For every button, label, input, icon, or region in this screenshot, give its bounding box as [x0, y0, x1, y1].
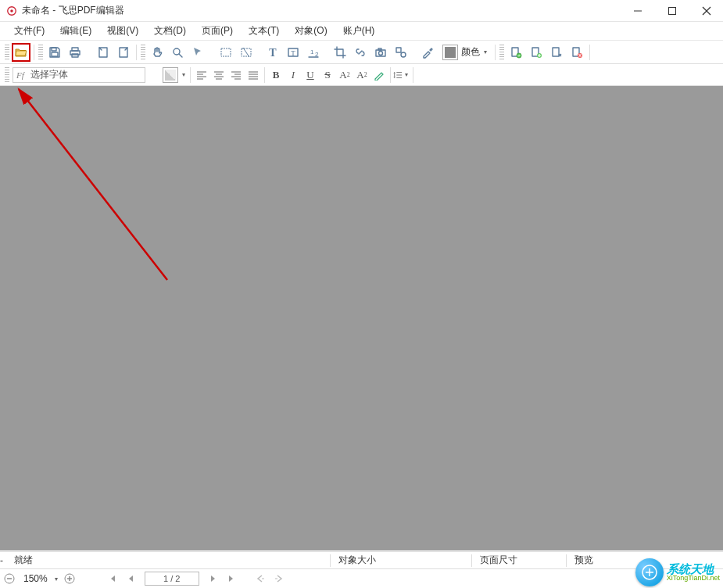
zoom-tool-button[interactable] [168, 43, 187, 62]
separator [34, 45, 34, 60]
next-page-button[interactable] [204, 570, 223, 587]
titlebar: 未命名 - 飞思PDF编辑器 [0, 0, 723, 22]
bold-button[interactable]: B [267, 66, 285, 84]
eyedropper-button[interactable] [418, 43, 437, 62]
line-spacing-button[interactable]: ▾ [393, 66, 410, 84]
align-left-button[interactable] [193, 66, 210, 84]
underline-button[interactable]: U [302, 66, 319, 84]
page-add-button[interactable] [527, 43, 546, 62]
first-page-button[interactable] [102, 570, 121, 587]
zoom-in-button[interactable] [60, 570, 79, 587]
separator [136, 45, 137, 60]
status-page-size: 页面尺寸 [472, 554, 566, 567]
page-tool-3-button[interactable] [547, 43, 566, 62]
separator [190, 67, 191, 83]
page-b-button[interactable] [114, 43, 133, 62]
font-placeholder: 选择字体 [27, 68, 145, 81]
svg-rect-15 [221, 48, 231, 56]
svg-rect-32 [553, 48, 559, 56]
site-watermark: 系统天地 XiTongTianDi.net [635, 558, 720, 586]
zoom-dropdown[interactable]: ▾ [52, 575, 60, 583]
camera-button[interactable] [371, 43, 390, 62]
page-delete-button[interactable] [567, 43, 586, 62]
status-ready: 就绪 [6, 554, 41, 567]
maximize-button[interactable] [662, 2, 682, 20]
svg-point-24 [379, 51, 383, 55]
menu-object[interactable]: 对象(O) [288, 23, 333, 39]
print-button[interactable] [66, 43, 84, 62]
nav-back-button[interactable] [251, 570, 270, 587]
svg-rect-10 [72, 54, 78, 57]
text-tool-button[interactable]: T [263, 43, 282, 62]
svg-point-1 [10, 9, 13, 13]
menu-document[interactable]: 文档(D) [148, 23, 192, 39]
rect-select-button[interactable] [217, 43, 235, 62]
menubar: 文件(F) 编辑(E) 视图(V) 文档(D) 页面(P) 文本(T) 对象(O… [0, 22, 723, 41]
last-page-button[interactable] [223, 570, 242, 587]
strike-button[interactable]: S [319, 66, 336, 84]
align-right-button[interactable] [227, 66, 245, 84]
text-color-swatch[interactable] [163, 67, 178, 83]
svg-line-14 [179, 54, 182, 57]
document-canvas[interactable] [0, 86, 723, 550]
crop-button[interactable] [331, 43, 349, 62]
separator [413, 67, 413, 83]
dropdown-arrow-icon: ▾ [481, 48, 489, 56]
dropdown-arrow-icon[interactable]: ▾ [180, 71, 188, 78]
menu-view[interactable]: 视图(V) [101, 23, 145, 39]
menu-text[interactable]: 文本(T) [242, 23, 285, 39]
minimize-button[interactable] [628, 2, 648, 20]
separator [589, 45, 590, 60]
align-center-button[interactable] [210, 66, 227, 84]
menu-account[interactable]: 账户(H) [337, 23, 381, 39]
status-object-size: 对象大小 [331, 554, 471, 567]
open-button[interactable] [12, 43, 30, 62]
svg-rect-26 [396, 48, 401, 52]
page-tool-1-button[interactable] [506, 43, 525, 62]
separator [390, 67, 391, 83]
color-picker[interactable]: 颜色 ▾ [438, 44, 492, 61]
separator [264, 67, 265, 83]
text-spacing-button[interactable]: 12 [304, 43, 323, 62]
main-toolbar: T T 12 颜色 ▾ [0, 41, 723, 64]
watermark-cn: 系统天地 [667, 563, 720, 575]
watermark-badge-icon [635, 558, 664, 586]
svg-point-27 [401, 52, 406, 57]
font-icon: Ff [13, 68, 27, 82]
window-controls [628, 2, 717, 20]
toolbar-grip [499, 45, 504, 60]
prev-page-button[interactable] [121, 570, 140, 587]
watermark-en: XiTongTianDi.net [667, 575, 720, 582]
italic-button[interactable]: I [285, 66, 302, 84]
superscript-button[interactable]: A2 [336, 66, 353, 84]
close-button[interactable] [696, 2, 717, 20]
svg-text:1: 1 [310, 48, 314, 56]
menu-file[interactable]: 文件(F) [8, 23, 51, 39]
select-tool-button[interactable] [188, 43, 207, 62]
save-button[interactable] [45, 43, 64, 62]
color-label: 颜色 [460, 45, 481, 59]
app-icon [6, 5, 17, 16]
text-box-button[interactable]: T [284, 43, 302, 62]
font-selector[interactable]: Ff 选择字体 [13, 67, 145, 83]
pen-tool-button[interactable] [370, 66, 388, 84]
svg-rect-6 [52, 48, 56, 51]
toolbar-grip [5, 45, 9, 60]
hand-tool-button[interactable] [148, 43, 166, 62]
svg-text:T: T [269, 47, 277, 59]
page-number-input[interactable] [145, 572, 199, 586]
toolbar-grip [5, 67, 9, 83]
menu-edit[interactable]: 编辑(E) [54, 23, 98, 39]
menu-page[interactable]: 页面(P) [195, 23, 239, 39]
shapes-button[interactable] [392, 43, 410, 62]
link-button[interactable] [351, 43, 370, 62]
zoom-out-button[interactable] [0, 570, 19, 587]
select-all-button[interactable] [237, 43, 256, 62]
fill-color-icon [442, 45, 458, 60]
align-justify-button[interactable] [245, 66, 262, 84]
toolbar-grip [141, 45, 145, 60]
page-a-button[interactable] [94, 43, 113, 62]
subscript-button[interactable]: A2 [353, 66, 370, 84]
nav-fwd-button[interactable] [270, 570, 288, 587]
status-preview: 预览 [567, 554, 629, 567]
